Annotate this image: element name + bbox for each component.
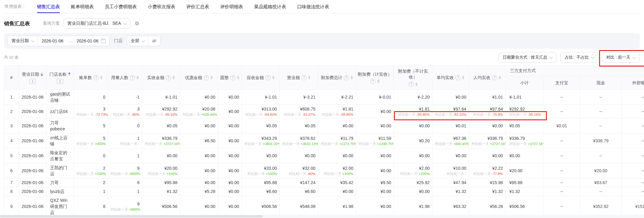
tab-3[interactable]: 员工小费明细表: [105, 4, 137, 13]
payment-sub-header-2[interactable]: 现金: [580, 76, 622, 90]
cell-value: 5: [76, 135, 105, 141]
compare-prev-day: 对比前一天 -94.83%: [244, 112, 277, 117]
cell-value: 5: [76, 123, 105, 129]
sort-carets-icon[interactable]: [41, 72, 43, 76]
date-field-value: 营业日期: [12, 38, 29, 44]
help-icon[interactable]: ?: [455, 75, 460, 80]
payment-sub-header-1[interactable]: 支付宝: [544, 76, 580, 90]
table-cell: --: [580, 187, 622, 196]
query-scheme-select[interactable]: 营业日期门店汇总-BJ、SEA: [64, 18, 130, 29]
help-icon[interactable]: ?: [409, 82, 414, 87]
help-icon[interactable]: ?: [93, 75, 99, 80]
help-icon[interactable]: ?: [204, 75, 209, 80]
cell-value: ¥336.79: [471, 135, 503, 141]
table-cell: ¥25.92: [394, 178, 432, 187]
payment-sub-header-0[interactable]: 小计: [506, 76, 544, 90]
col-header-4[interactable]: 实收金额?: [142, 66, 180, 90]
cell-value: ¥0.00: [358, 108, 391, 114]
tab-5[interactable]: 评价汇总表: [186, 4, 209, 13]
table-cell: 1: [108, 148, 142, 163]
cell-value: ¥6.60: [282, 188, 315, 194]
tab-7[interactable]: 菜品规格统计表: [254, 4, 286, 13]
cell-value: --: [546, 153, 577, 159]
tab-8[interactable]: 口味做法统计表: [297, 4, 329, 13]
sort-carets-icon[interactable]: [210, 76, 213, 79]
payment-sub-header-3[interactable]: 外部银行卡: [622, 76, 644, 90]
sort-carets-icon[interactable]: [415, 82, 418, 86]
help-icon[interactable]: ?: [130, 75, 135, 80]
col-header-7[interactable]: 应收金额?: [242, 66, 280, 90]
sort-carets-icon[interactable]: [499, 76, 501, 79]
table-cell: ¥10.00对比前一天 -: [432, 163, 469, 178]
table-cell: ¥0.01: [544, 118, 580, 133]
col-header-9[interactable]: 附加费总计?: [318, 66, 356, 90]
chevron-down-icon: [632, 55, 636, 59]
ratio-dropdown[interactable]: 占比 : 不占比: [560, 52, 598, 63]
help-icon[interactable]: ?: [301, 75, 307, 80]
col-header-12[interactable]: 单均实收?: [432, 66, 469, 90]
table-cell: ¥1.81对比前一天 -99.85%: [318, 105, 356, 118]
sales-summary-table-wrap: #营业日期1门店名称2账单数?用餐人数?实收金额?优惠金额?圆整?应收金额?营业…: [4, 65, 644, 218]
tab-4[interactable]: 小费班次报表: [148, 4, 175, 13]
tab-6[interactable]: 评价明细表: [220, 4, 243, 13]
help-icon[interactable]: ?: [265, 75, 271, 80]
store-select[interactable]: 全部: [127, 36, 148, 46]
col-header-3[interactable]: 用餐人数?: [108, 66, 142, 90]
table-cell: ¥0.00: [432, 90, 469, 105]
table-cell: ¥1.98: [318, 196, 356, 217]
help-icon[interactable]: ?: [492, 75, 497, 80]
sort-carets-icon[interactable]: [272, 76, 275, 79]
sort-carets-icon[interactable]: [136, 76, 139, 79]
cell-value: ¥1.98: [321, 203, 353, 209]
sort-carets-icon[interactable]: [351, 76, 353, 79]
help-icon[interactable]: ?: [370, 79, 376, 84]
cell-value: ¥9.50: [358, 180, 391, 186]
table-cell: ¥0.00: [180, 196, 218, 217]
sort-order-badge: 1: [29, 79, 36, 84]
sort-order-badge: 2: [57, 79, 63, 84]
col-header-0[interactable]: 营业日期1: [19, 66, 46, 90]
table-cell: ¥20.00: [580, 163, 622, 178]
col-header-2[interactable]: 账单数?: [74, 66, 108, 90]
sort-carets-icon[interactable]: [462, 76, 464, 79]
col-header-11[interactable]: 附加费（不计实收）?: [394, 66, 432, 90]
compare-dropdown[interactable]: 对比 : 前一天: [602, 52, 640, 63]
sort-carets-icon[interactable]: [377, 79, 380, 83]
sort-carets-icon[interactable]: [68, 72, 71, 76]
horizontal-scrollbar-thumb[interactable]: [0, 215, 263, 217]
col-header-8[interactable]: 营业额?: [280, 66, 318, 90]
sort-carets-icon[interactable]: [237, 76, 239, 79]
table-cell: ¥0.00: [318, 187, 356, 196]
table-cell: ¥0.00: [356, 187, 394, 196]
col-header-6[interactable]: 圆整?: [218, 66, 242, 90]
cell-value: ¥147.24: [282, 180, 315, 186]
tab-1[interactable]: 销售汇总表: [37, 4, 60, 13]
table-cell: ¥0.00: [218, 105, 242, 118]
store-advanced-filter-button[interactable]: [148, 36, 160, 46]
date-range-picker[interactable]: 2026-01-06 → 2026-01-06: [38, 36, 109, 46]
cell-value: ¥6.60: [244, 188, 277, 194]
col-header-5[interactable]: 优惠金额?: [180, 66, 218, 90]
date-field-select[interactable]: 营业日期: [8, 36, 38, 46]
sort-carets-icon[interactable]: [308, 76, 311, 79]
col-header-label: 门店名称: [49, 71, 67, 77]
help-icon[interactable]: ?: [344, 75, 349, 80]
help-icon[interactable]: ?: [230, 75, 235, 80]
store-select-control[interactable]: 全部: [127, 36, 160, 46]
compare-prev-day: 对比前一天 -77.8%: [471, 172, 503, 176]
sort-carets-icon[interactable]: [173, 76, 175, 79]
tab-2[interactable]: 账单明细表: [71, 4, 94, 13]
col-header-13[interactable]: 人均实收?: [469, 66, 506, 90]
date-range-control[interactable]: 营业日期 2026-01-06 → 2026-01-06: [8, 36, 110, 46]
cell-value: -1: [111, 94, 140, 100]
scheme-settings-gear-icon[interactable]: ⚙: [135, 21, 139, 26]
cell-value: ¥0.00: [358, 153, 391, 159]
sort-carets-icon[interactable]: [100, 76, 103, 79]
cell-value: ¥-3.21: [282, 94, 315, 100]
table-cell: ¥67.36对比前一天 +665.45%: [432, 133, 469, 148]
col-header-1[interactable]: 门店名称2: [46, 66, 74, 90]
date-aggregation-dropdown[interactable]: 日期聚合方式 : 按天汇总: [498, 52, 557, 63]
col-header-10[interactable]: 附加费（计实收）?: [356, 66, 394, 90]
cell-value: ¥47.94: [435, 180, 466, 186]
help-icon[interactable]: ?: [166, 75, 171, 80]
